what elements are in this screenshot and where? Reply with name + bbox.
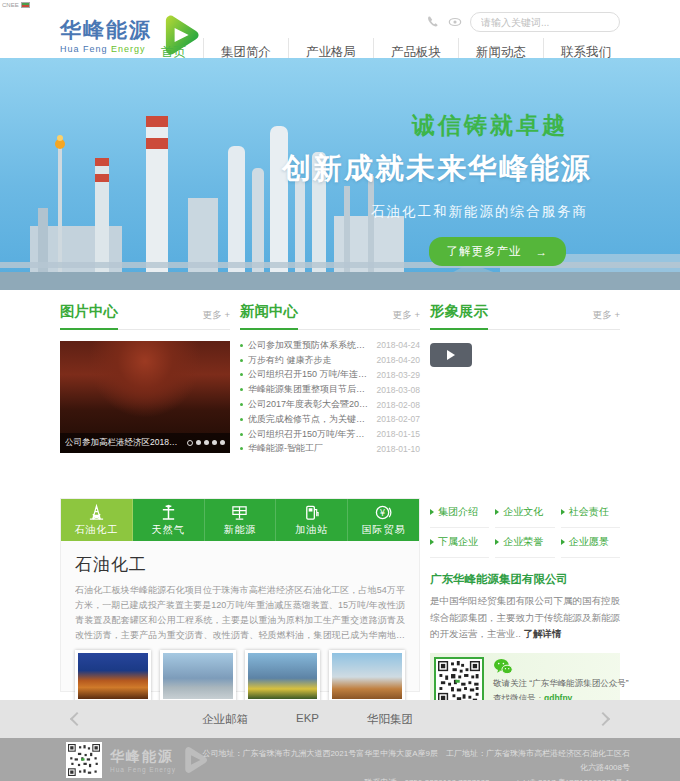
plant-photo-thumbnail[interactable] bbox=[75, 650, 151, 702]
about-link-label: 企业愿景 bbox=[569, 535, 609, 549]
link-ekp[interactable]: EKP bbox=[296, 712, 319, 727]
footer-contact-line: 联系电话：0756-3239168 7227082 copyright© 201… bbox=[200, 776, 630, 781]
news-title: 优质完成检修节点，为关键机组安全运行提... bbox=[248, 413, 371, 426]
arrow-right-icon bbox=[495, 509, 499, 515]
logo-en-hua: Hua Feng bbox=[60, 44, 108, 54]
picture-center-title: 图片中心 bbox=[60, 302, 118, 330]
hero-slogan-2: 创新成就未来华峰能源 bbox=[282, 149, 592, 189]
arrow-right-icon bbox=[430, 539, 434, 545]
footer-qr-code-image bbox=[66, 742, 102, 778]
hero-subtitle: 石油化工和新能源的综合服务商 bbox=[282, 203, 588, 221]
news-item[interactable]: 公司组织召开150 万吨/年连续重整制芳烃装... 2018-03-29 bbox=[240, 368, 420, 383]
product-heading: 石油化工 bbox=[75, 553, 405, 576]
picture-center-more-link[interactable]: 更多 + bbox=[203, 309, 230, 329]
news-item[interactable]: 公司组织召开150万吨/年芳烃加氢项目安全... 2018-01-15 bbox=[240, 427, 420, 442]
news-item[interactable]: 华峰能源-智能工厂 2018-01-10 bbox=[240, 442, 420, 457]
news-date: 2018-04-20 bbox=[377, 355, 420, 365]
news-center-more-link[interactable]: 更多 + bbox=[393, 309, 420, 329]
link-vision[interactable]: 企业愿景 bbox=[561, 528, 620, 558]
news-title: 公司组织召开150 万吨/年连续重整制芳烃装... bbox=[248, 368, 371, 381]
plant-photo-thumbnail[interactable] bbox=[160, 650, 236, 702]
link-honors[interactable]: 企业荣誉 bbox=[495, 528, 554, 558]
link-subsidiaries[interactable]: 下属企业 bbox=[430, 528, 489, 558]
bullet-icon bbox=[240, 418, 243, 421]
showcase-section: 形象展示 更多 + bbox=[430, 302, 620, 456]
hero-text: 诚信铸就卓越 创新成就未来华峰能源 石油化工和新能源的综合服务商 了解更多产业 … bbox=[282, 110, 592, 266]
chevron-left-icon[interactable] bbox=[70, 712, 84, 726]
news-center-section: 新闻中心 更多 + 公司参加双重预防体系系统填报操作培训 2018-04-24 … bbox=[240, 302, 420, 456]
chevron-right-icon[interactable] bbox=[596, 712, 610, 726]
company-name: 广东华峰能源集团有限公司 bbox=[430, 572, 620, 587]
news-date: 2018-03-08 bbox=[377, 385, 420, 395]
product-body: 石油化工 石油化工板块华峰能源石化项目位于珠海市高栏港经济区石油化工区，占地54… bbox=[61, 541, 419, 702]
news-center-title: 新闻中心 bbox=[240, 302, 298, 330]
arrow-right-icon: → bbox=[536, 246, 549, 258]
picture-caption: 公司参加高栏港经济区2018年安全... bbox=[65, 437, 183, 449]
footer-text: 公司地址：广东省珠海市九洲大道西2021号富华里中海大厦A座9层 工厂地址：广东… bbox=[200, 747, 630, 781]
link-group-intro[interactable]: 集团介绍 bbox=[430, 498, 489, 528]
svg-text:¥: ¥ bbox=[380, 507, 386, 517]
carousel-dot[interactable] bbox=[187, 440, 193, 446]
showcase-title: 形象展示 bbox=[430, 302, 488, 330]
search-input[interactable] bbox=[470, 12, 620, 32]
logo-cn: 华峰能源 bbox=[60, 16, 152, 44]
tab-natural-gas[interactable]: 天然气 bbox=[133, 499, 205, 541]
bullet-icon bbox=[240, 359, 243, 362]
footer-address-line: 公司地址：广东省珠海市九洲大道西2021号富华里中海大厦A座9层 工厂地址：广东… bbox=[200, 747, 630, 776]
tab-gas-station[interactable]: 加油站 bbox=[276, 499, 348, 541]
news-title: 华峰能源集团重整项目节后复工忙 bbox=[248, 383, 371, 396]
tab-label: 国际贸易 bbox=[362, 523, 406, 537]
bullet-icon bbox=[240, 447, 243, 450]
product-description: 石油化工板块华峰能源石化项目位于珠海市高栏港经济区石油化工区，占地54万平方米，… bbox=[75, 583, 405, 642]
link-enterprise-mail[interactable]: 企业邮箱 bbox=[202, 712, 248, 727]
bullet-icon bbox=[240, 388, 243, 391]
tab-new-energy[interactable]: 新能源 bbox=[205, 499, 277, 541]
link-social-responsibility[interactable]: 社会责任 bbox=[561, 498, 620, 528]
news-center-header: 新闻中心 更多 + bbox=[240, 302, 420, 330]
news-item[interactable]: 万步有约 健康齐步走 2018-04-20 bbox=[240, 353, 420, 368]
carousel-dot[interactable] bbox=[196, 440, 201, 445]
plant-photo-thumbnail[interactable] bbox=[245, 650, 321, 702]
news-title: 华峰能源-智能工厂 bbox=[248, 442, 371, 455]
learn-more-button[interactable]: 了解更多产业 → bbox=[429, 237, 567, 266]
footer-logo-en: Hua Feng Energy bbox=[110, 766, 176, 773]
arrow-right-icon bbox=[430, 509, 434, 515]
news-date: 2018-01-10 bbox=[377, 444, 420, 454]
hero-banner: 诚信铸就卓越 创新成就未来华峰能源 石油化工和新能源的综合服务商 了解更多产业 … bbox=[0, 58, 680, 290]
link-corporate-culture[interactable]: 企业文化 bbox=[495, 498, 554, 528]
news-title: 万步有约 健康齐步走 bbox=[248, 354, 371, 367]
tab-petrochemical[interactable]: 石油化工 bbox=[61, 499, 133, 541]
header-tools bbox=[426, 12, 620, 32]
carousel-dot[interactable] bbox=[212, 440, 217, 445]
plant-photo-thumbnail[interactable] bbox=[329, 650, 405, 702]
bullet-icon bbox=[240, 403, 243, 406]
picture-carousel[interactable]: 公司参加高栏港经济区2018年安全... bbox=[60, 341, 230, 453]
carousel-dot[interactable] bbox=[204, 440, 209, 445]
link-huayang-group[interactable]: 华阳集团 bbox=[367, 712, 413, 727]
solar-panel-icon bbox=[230, 504, 249, 521]
picture-caption-bar: 公司参加高栏港经济区2018年安全... bbox=[60, 433, 230, 453]
quick-links-band: 企业邮箱 EKP 华阳集团 bbox=[0, 700, 680, 738]
arrow-right-icon bbox=[561, 539, 565, 545]
tab-label: 加油站 bbox=[295, 523, 328, 537]
about-link-label: 社会责任 bbox=[569, 505, 609, 519]
news-item[interactable]: 优质完成检修节点，为关键机组安全运行提... 2018-02-07 bbox=[240, 412, 420, 427]
news-item[interactable]: 华峰能源集团重整项目节后复工忙 2018-03-08 bbox=[240, 382, 420, 397]
bullet-icon bbox=[240, 433, 243, 436]
showcase-more-link[interactable]: 更多 + bbox=[593, 309, 620, 329]
pipe-valve-icon bbox=[159, 504, 178, 521]
detail-link[interactable]: 了解详情 bbox=[523, 628, 561, 639]
carousel-dot[interactable] bbox=[220, 440, 225, 445]
news-item[interactable]: 公司参加双重预防体系系统填报操作培训 2018-04-24 bbox=[240, 338, 420, 353]
video-play-button[interactable] bbox=[430, 343, 472, 367]
news-item[interactable]: 公司2017年度表彰大会暨2018年新春晚会圆... 2018-02-08 bbox=[240, 397, 420, 412]
news-title: 公司参加双重预防体系系统填报操作培训 bbox=[248, 339, 371, 352]
footer-logo: 华峰能源 Hua Feng Energy bbox=[110, 746, 208, 774]
product-thumbnails bbox=[75, 650, 405, 702]
site-footer: 华峰能源 Hua Feng Energy 公司地址：广东省珠海市九洲大道西202… bbox=[0, 738, 680, 781]
wechat-row bbox=[493, 658, 629, 676]
phone-icon[interactable] bbox=[426, 15, 440, 29]
eye-icon[interactable] bbox=[448, 15, 462, 29]
news-title: 公司2017年度表彰大会暨2018年新春晚会圆... bbox=[248, 398, 371, 411]
tab-international-trade[interactable]: ¥ 国际贸易 bbox=[348, 499, 419, 541]
